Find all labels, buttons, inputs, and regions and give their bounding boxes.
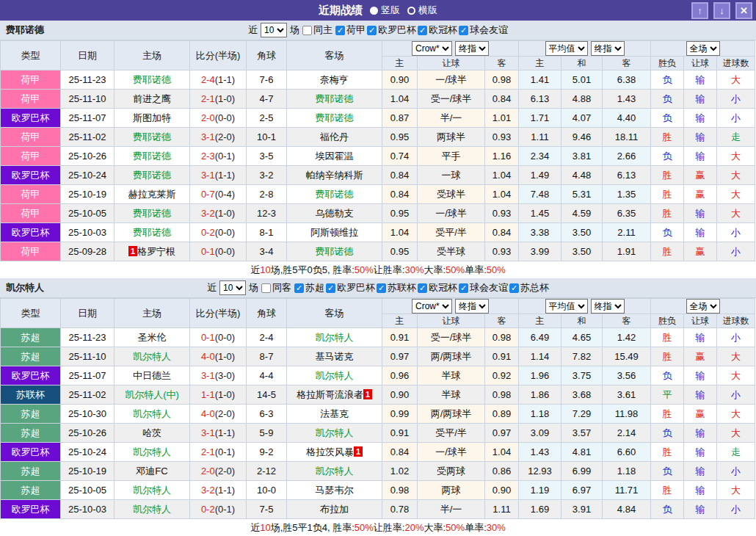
avg-home-odds-cell: 3.09 [519, 424, 561, 443]
average-index-select[interactable]: 终指 [591, 299, 625, 314]
away-team-cell: 凯尔特人 [287, 328, 382, 347]
handicap-result-cell: 输 [684, 500, 717, 519]
handicap-home-odds-cell: 0.98 [382, 481, 418, 500]
halftime-score: (2-0) [215, 466, 235, 477]
home-team-cell: 1格罗宁根 [115, 242, 190, 261]
average-index-select[interactable]: 终指 [591, 41, 625, 56]
league-badge-cell: 荷甲 [1, 242, 61, 261]
league-filter-checkbox[interactable]: ✓球会友谊 [459, 23, 508, 37]
avg-draw-odds-cell: 3.91 [561, 500, 603, 519]
league-filter-checkbox[interactable]: ✓荷甲 [335, 23, 366, 37]
goals-result-cell: 走 [717, 443, 755, 462]
handicap-home-odds-cell: 0.91 [382, 328, 418, 347]
avg-away-odds-cell: 1.91 [603, 242, 651, 261]
goals-result-cell: 大 [717, 204, 755, 223]
halftime-score: (2-0) [215, 408, 235, 419]
avg-draw-odds-cell: 6.97 [561, 481, 603, 500]
home-team-name: 哈茨 [142, 427, 161, 438]
score-cell: 2-4(1-1) [190, 70, 247, 90]
home-team-name: 费耶诺德 [133, 74, 171, 85]
fulltime-select[interactable]: 全场 [686, 41, 720, 56]
layout-horizontal-radio[interactable]: 横版 [407, 4, 437, 17]
date-cell: 25-10-24 [61, 166, 115, 185]
avg-draw-odds-cell: 3.75 [561, 366, 603, 385]
summary-segment: 50% [355, 522, 374, 533]
home-team-cell: 哈茨 [115, 424, 190, 443]
league-filter-checkbox[interactable]: ✓欧冠杯 [418, 23, 457, 37]
away-team-name: 凯尔特人 [316, 370, 354, 381]
league-filter-checkbox[interactable]: ✓欧罗巴杯 [367, 23, 416, 37]
league-filter-checkbox[interactable]: ✓苏超 [294, 281, 324, 294]
close-button[interactable]: ✕ [735, 2, 752, 19]
move-up-button[interactable]: ↑ [691, 2, 708, 19]
league-filter-checkbox[interactable]: ✓欧冠杯 [418, 281, 457, 294]
halftime-score: (1-0) [215, 93, 235, 104]
away-team-name: 凯尔特人 [316, 332, 354, 343]
fulltime-select[interactable]: 全场 [686, 299, 720, 314]
handicap-line-cell: 半球 [418, 366, 485, 385]
league-filter-checkbox[interactable]: ✓球会友谊 [459, 281, 508, 294]
avg-home-odds-cell: 1.69 [519, 500, 561, 519]
avg-draw-odds-cell: 4.81 [561, 443, 603, 462]
result-cell: 负 [651, 70, 684, 90]
layout-vertical-radio[interactable]: 竖版 [370, 4, 400, 17]
league-filter-checkbox[interactable]: ✓欧罗巴杯 [326, 281, 375, 294]
date-cell: 25-09-28 [61, 242, 115, 261]
col-handicap-home: 主 [382, 57, 418, 70]
near-count-select[interactable]: 10 [219, 280, 246, 295]
handicap-result-cell: 赢 [684, 166, 717, 185]
avg-home-odds-cell: 7.48 [519, 185, 561, 204]
halftime-score: (1-0) [215, 208, 235, 219]
result-cell: 负 [651, 109, 684, 128]
fulltime-score: 3-1 [201, 170, 215, 181]
result-cell: 负 [651, 90, 684, 109]
home-team-name: 凯尔特人 [133, 485, 171, 496]
col-home: 主场 [115, 41, 190, 70]
bookmaker-select[interactable]: Crow* [412, 299, 452, 314]
near-count-select[interactable]: 10 [261, 23, 287, 37]
date-cell: 25-10-26 [61, 424, 115, 443]
handicap-index-select[interactable]: 终指 [455, 299, 489, 314]
fulltime-score: 3-2 [201, 485, 215, 496]
summary-segment: 近 [250, 264, 260, 277]
average-select[interactable]: 平均值 [545, 41, 588, 56]
away-team-name: 格拉斯哥流浪者 [297, 389, 363, 400]
titlebar: 近期战绩 竖版 横版 ↑ ↓ ✕ [0, 0, 756, 21]
league-filter-checkbox[interactable]: ✓苏联杯 [377, 281, 416, 294]
home-team-name: 费耶诺德 [133, 151, 171, 162]
match-row: 荷甲25-10-05费耶诺德3-2(1-0)12-3乌德勒支0.95一/球半0.… [1, 204, 755, 223]
handicap-home-odds-cell: 0.90 [382, 70, 418, 90]
result-cell: 负 [651, 147, 684, 166]
average-select[interactable]: 平均值 [545, 299, 588, 314]
same-side-checkbox[interactable]: 同客 [261, 281, 291, 294]
match-row: 欧罗巴杯25-10-03凯尔特人0-2(0-1)7-5布拉加0.78半/一1.1… [1, 500, 755, 519]
home-team-name: 中日德兰 [133, 370, 171, 381]
fulltime-score: 2-0 [201, 112, 215, 123]
score-cell: 0-1(0-0) [190, 328, 247, 347]
handicap-line-cell: 两/两球半 [418, 347, 485, 366]
handicap-away-odds-cell: 0.93 [485, 128, 519, 147]
move-down-button[interactable]: ↓ [713, 2, 730, 19]
halftime-score: (0-0) [215, 227, 235, 238]
home-team-cell: 圣米伦 [115, 328, 190, 347]
handicap-home-odds-cell: 0.87 [382, 109, 418, 128]
avg-home-odds-cell: 1.71 [519, 109, 561, 128]
handicap-away-odds-cell: 1.04 [485, 185, 519, 204]
summary-segment: 20% [404, 522, 424, 533]
goals-result-cell: 大 [717, 185, 755, 204]
league-filters: ✓苏超✓欧罗巴杯✓苏联杯✓欧冠杯✓球会友谊✓苏总杯 [294, 281, 549, 294]
same-side-checkbox[interactable]: 同主 [302, 23, 332, 37]
league-filter-checkbox[interactable]: ✓苏总杯 [509, 281, 549, 294]
handicap-index-select[interactable]: 终指 [455, 41, 489, 56]
bookmaker-select[interactable]: Crow* [412, 41, 452, 56]
league-badge-cell: 荷甲 [1, 204, 61, 223]
result-cell: 胜 [651, 328, 684, 347]
away-team-cell: 乌德勒支 [287, 204, 382, 223]
avg-home-odds-cell: 12.93 [519, 462, 561, 481]
summary-segment: 50% [446, 522, 465, 533]
league-badge-cell: 荷甲 [1, 70, 61, 90]
corner-cell: 2-12 [247, 462, 287, 481]
match-row: 荷甲25-09-281格罗宁根0-1(0-0)3-4费耶诺德0.95受半球0.9… [1, 242, 755, 261]
avg-home-odds-cell: 1.45 [519, 204, 561, 223]
fulltime-score: 2-1 [201, 446, 215, 457]
